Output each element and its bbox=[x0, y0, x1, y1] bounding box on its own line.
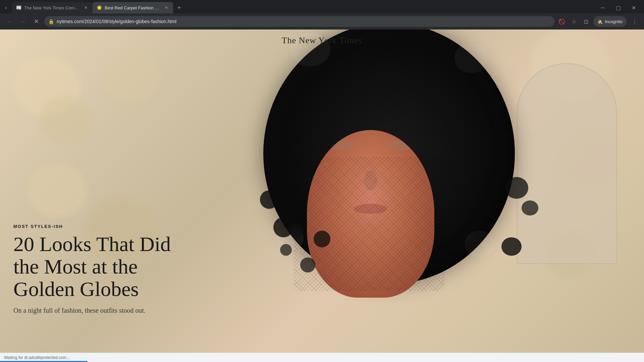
menu-icon: ⋮ bbox=[632, 18, 638, 25]
tab1-title: The New York Times Company bbox=[24, 5, 80, 10]
eye-slash-icon-button[interactable]: 🚫 bbox=[557, 17, 567, 26]
tab-bar: ‹ 📰 The New York Times Company ✕ 🌟 Best … bbox=[0, 0, 644, 13]
address-text: nytimes.com/2024/01/08/style/golden-glob… bbox=[57, 19, 550, 24]
floral-blob-3 bbox=[27, 164, 87, 217]
maximize-icon: ▢ bbox=[616, 5, 621, 11]
back-button[interactable]: ← bbox=[4, 16, 15, 27]
tab2-close-button[interactable]: ✕ bbox=[164, 5, 169, 10]
tab2-favicon: 🌟 bbox=[97, 5, 102, 10]
browser-menu-button[interactable]: ⋮ bbox=[629, 16, 640, 27]
tab1-favicon: 📰 bbox=[16, 5, 21, 10]
article-text-block: MOST STYLES-ISH 20 Looks That Did the Mo… bbox=[13, 224, 174, 315]
close-button[interactable]: ✕ bbox=[626, 2, 641, 13]
reload-button[interactable]: ✕ bbox=[31, 16, 42, 27]
veil-overlay bbox=[293, 157, 444, 291]
main-image bbox=[247, 29, 548, 362]
eye-slash-icon: 🚫 bbox=[558, 18, 565, 25]
status-bar: Waiting for dt.adsafeprotected.com... bbox=[0, 353, 644, 362]
article-headline[interactable]: 20 Looks That Did the Most at the Golden… bbox=[13, 233, 174, 300]
forward-button[interactable]: → bbox=[17, 16, 28, 27]
split-icon: ⊡ bbox=[584, 18, 588, 25]
status-text: Waiting for dt.adsafeprotected.com... bbox=[4, 355, 70, 360]
address-bar: ← → ✕ 🔒 nytimes.com/2024/01/08/style/gol… bbox=[0, 13, 644, 29]
floral-blob-2 bbox=[40, 97, 91, 143]
article-subhead: On a night full of fashion, these outfit… bbox=[13, 306, 174, 315]
address-input-wrap[interactable]: 🔒 nytimes.com/2024/01/08/style/golden-gl… bbox=[44, 16, 554, 27]
tab2-title: Best Red Carpet Fashion At the... bbox=[105, 5, 161, 10]
incognito-label: Incognito bbox=[605, 19, 623, 24]
back-icon: ← bbox=[6, 18, 12, 25]
article-category: MOST STYLES-ISH bbox=[13, 224, 174, 229]
reload-icon: ✕ bbox=[34, 18, 39, 25]
lock-icon: 🔒 bbox=[48, 19, 54, 24]
floral-blob-5 bbox=[101, 50, 161, 103]
address-right-icons: 🚫 ☆ ⊡ 🕵 Incognito ⋮ bbox=[557, 16, 640, 27]
tab-red-carpet[interactable]: 🌟 Best Red Carpet Fashion At the... ✕ bbox=[93, 2, 173, 13]
star-icon: ☆ bbox=[572, 18, 576, 25]
incognito-icon: 🕵 bbox=[597, 19, 603, 24]
window-controls: ─ ▢ ✕ bbox=[595, 2, 644, 13]
maximize-button[interactable]: ▢ bbox=[610, 2, 626, 13]
close-icon: ✕ bbox=[632, 5, 636, 11]
incognito-button[interactable]: 🕵 Incognito bbox=[593, 16, 627, 27]
tab-nav-left-button[interactable]: ‹ bbox=[0, 2, 12, 13]
browser-chrome: ‹ 📰 The New York Times Company ✕ 🌟 Best … bbox=[0, 0, 644, 29]
nyt-logo: The New York Times bbox=[282, 36, 363, 46]
minimize-icon: ─ bbox=[601, 5, 604, 11]
new-tab-button[interactable]: + bbox=[174, 3, 184, 12]
tab-nytimes-company[interactable]: 📰 The New York Times Company ✕ bbox=[12, 2, 93, 13]
forward-icon: → bbox=[20, 18, 26, 25]
page-content: The New York Times MOST STYLES-ISH 20 Lo… bbox=[0, 29, 644, 362]
plus-icon: + bbox=[177, 4, 181, 11]
split-view-button[interactable]: ⊡ bbox=[581, 17, 591, 26]
minimize-button[interactable]: ─ bbox=[595, 2, 610, 13]
chevron-left-icon: ‹ bbox=[5, 5, 7, 11]
tab1-close-button[interactable]: ✕ bbox=[83, 5, 89, 10]
bookmark-button[interactable]: ☆ bbox=[569, 17, 579, 26]
